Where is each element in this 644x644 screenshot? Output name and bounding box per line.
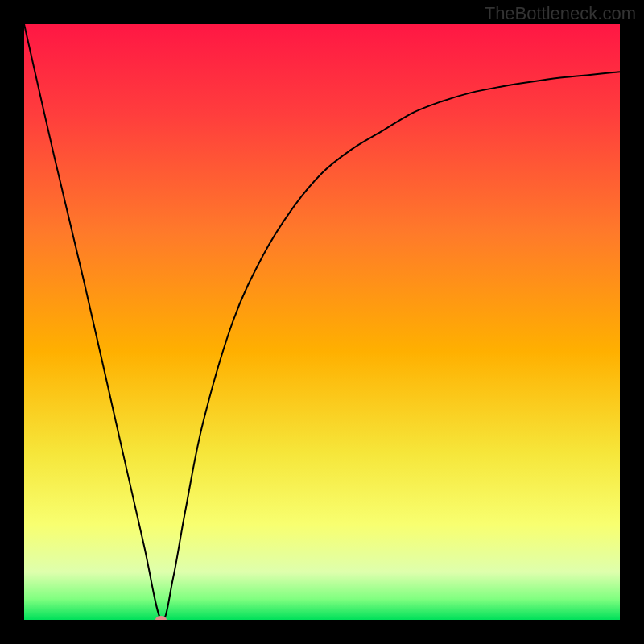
optimum-marker — [155, 616, 167, 620]
chart-frame: TheBottleneck.com — [0, 0, 644, 644]
watermark-label: TheBottleneck.com — [485, 3, 636, 24]
plot-area — [24, 24, 620, 620]
bottleneck-curve — [24, 24, 620, 620]
